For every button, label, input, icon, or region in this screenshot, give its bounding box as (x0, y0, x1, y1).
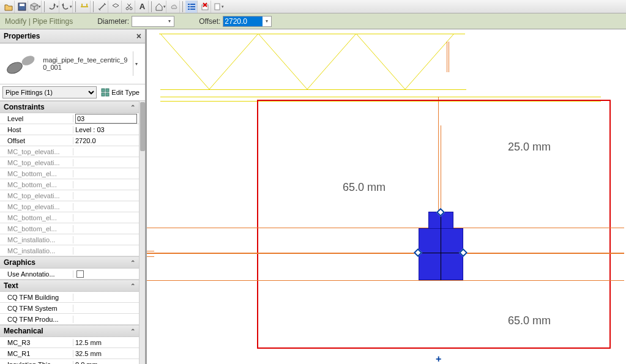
prop-val[interactable] (73, 292, 139, 302)
prop-val[interactable]: 12.5 mm (73, 338, 139, 347)
scroll-thumb[interactable] (140, 102, 145, 151)
svg-point-14 (20, 54, 36, 67)
type-selector[interactable]: Pipe Fittings (1) (2, 86, 97, 98)
diameter-label: Diameter: (97, 17, 129, 26)
list-icon[interactable] (185, 1, 198, 13)
diameter-select[interactable]: ▾ (132, 16, 174, 27)
prop-key: MC_top_elevati... (0, 148, 73, 155)
prop-key: CQ TFM Building (0, 294, 73, 301)
prop-val[interactable]: 2720.0 (73, 136, 139, 146)
prop-key: Level (0, 115, 73, 122)
svg-rect-7 (188, 6, 190, 7)
svg-rect-1 (20, 4, 24, 6)
prop-val[interactable] (73, 303, 139, 313)
redo-icon[interactable]: ▾ (61, 1, 73, 13)
family-dropdown-icon[interactable]: ▾ (133, 51, 140, 76)
edit-type-button[interactable]: Edit Type (98, 86, 143, 98)
section-text[interactable]: Text⌃ (0, 280, 139, 292)
prop-key: MC_bottom_el... (0, 181, 73, 188)
svg-rect-17 (106, 89, 109, 92)
prop-key: Offset (0, 137, 73, 144)
prop-key: Use Annotatio... (0, 270, 73, 278)
prop-key: MC_top_elevati... (0, 192, 73, 199)
use-annotation-checkbox[interactable] (76, 270, 84, 278)
svg-rect-6 (190, 4, 195, 5)
family-name: magi_pipe_fe_tee_centric_90_001 (43, 56, 129, 71)
home-icon[interactable]: ▾ (154, 1, 166, 13)
svg-point-3 (126, 7, 129, 10)
top-toolbar: ▾ ▾ ▾ A ▾ ▾ (0, 0, 626, 13)
svg-rect-18 (102, 93, 105, 96)
prop-key: MC_bottom_el... (0, 214, 73, 221)
prop-key: Host (0, 126, 73, 133)
prop-val[interactable]: Level : 03 (73, 125, 139, 135)
properties-header: Properties × (0, 29, 145, 43)
dim-label-left[interactable]: 65.0 mm (343, 181, 386, 194)
prop-key: MC_bottom_el... (0, 170, 73, 177)
svg-rect-2 (81, 6, 88, 7)
3d-icon[interactable] (110, 1, 122, 13)
family-thumbnail-icon (5, 48, 39, 79)
prop-key: MC_top_elevati... (0, 159, 73, 166)
open-icon[interactable] (2, 1, 15, 13)
cube-icon[interactable]: ▾ (29, 1, 42, 13)
svg-rect-16 (102, 89, 105, 92)
prop-key: CQ TFM System (0, 305, 73, 312)
svg-rect-5 (188, 4, 190, 5)
edit-type-icon (101, 88, 110, 97)
prop-key: MC_R1 (0, 350, 73, 357)
measure-icon[interactable] (96, 1, 108, 13)
properties-title: Properties (4, 32, 40, 40)
chevron-up-icon: ⌃ (130, 104, 135, 111)
offset-value[interactable]: 2720.0 mm (223, 17, 263, 26)
dim-label-top-right[interactable]: 25.0 mm (508, 141, 551, 154)
cursor-crosshair-icon: + (436, 354, 441, 364)
scrollbar[interactable] (139, 101, 145, 364)
prop-val[interactable] (73, 314, 139, 324)
ribbon-bar: Modify | Pipe Fittings Diameter: ▾ Offse… (0, 13, 626, 29)
prop-key: MC_top_elevati... (0, 203, 73, 210)
level-input[interactable] (75, 114, 137, 124)
prop-key: Insulation Thic... (0, 361, 73, 365)
close-icon[interactable]: × (136, 31, 141, 41)
chevron-up-icon: ⌃ (130, 259, 135, 266)
prop-key: MC_installatio... (0, 236, 73, 243)
undo-icon[interactable]: ▾ (47, 1, 59, 13)
offset-select[interactable]: 2720.0 mm ▾ (223, 16, 272, 27)
prop-key: MC_R3 (0, 339, 73, 346)
section-constraints[interactable]: Constraints⌃ (0, 101, 139, 113)
save-icon[interactable] (16, 1, 28, 13)
svg-rect-12 (215, 4, 220, 10)
prop-val[interactable]: 32.5 mm (73, 349, 139, 358)
chevron-up-icon: ⌃ (130, 328, 135, 335)
cut-icon[interactable] (123, 1, 135, 13)
type-selector-row: Pipe Fittings (1) Edit Type (0, 84, 145, 101)
cloud-icon[interactable] (168, 1, 180, 13)
svg-rect-19 (106, 93, 109, 96)
section-graphics[interactable]: Graphics⌃ (0, 256, 139, 269)
svg-point-4 (130, 7, 132, 10)
prop-key: CQ TFM Produ... (0, 316, 73, 323)
chevron-up-icon: ⌃ (130, 283, 135, 289)
edit-type-label: Edit Type (111, 89, 140, 96)
section-mechanical[interactable]: Mechanical⌃ (0, 325, 139, 337)
drawing-canvas[interactable]: 65.0 mm 25.0 mm 65.0 mm + (147, 29, 626, 364)
offset-label: Offset: (199, 17, 220, 26)
prop-key: MC_bottom_el... (0, 225, 73, 232)
cancel-icon[interactable] (199, 1, 211, 13)
svg-rect-9 (188, 9, 190, 10)
prop-val[interactable]: 0.0 mm (73, 360, 139, 365)
context-label: Modify | Pipe Fittings (5, 17, 73, 26)
page-icon[interactable]: ▾ (212, 1, 225, 13)
svg-rect-8 (190, 6, 195, 7)
align-icon[interactable] (78, 1, 91, 13)
family-preview[interactable]: magi_pipe_fe_tee_centric_90_001 ▾ (0, 43, 145, 84)
prop-key: MC_installatio... (0, 247, 73, 254)
svg-rect-10 (190, 9, 195, 10)
properties-panel: Properties × magi_pipe_fe_tee_centric_90… (0, 29, 147, 364)
text-icon[interactable]: A (136, 1, 149, 13)
dim-label-bottom-right[interactable]: 65.0 mm (508, 314, 551, 327)
